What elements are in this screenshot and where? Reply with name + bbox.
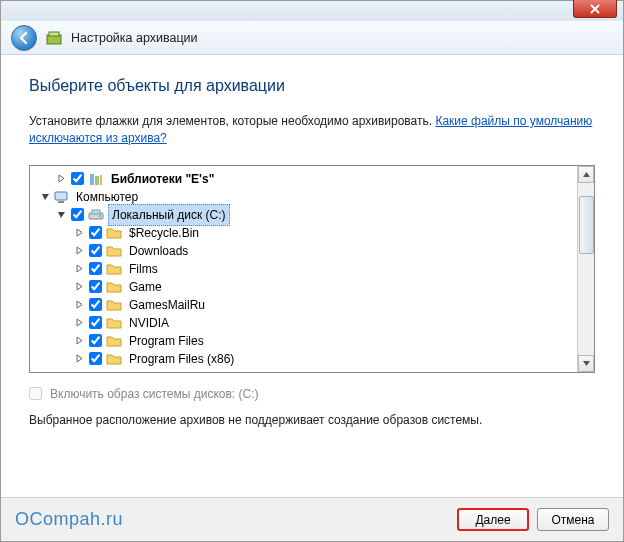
expand-icon[interactable] bbox=[56, 173, 67, 184]
svg-rect-1 bbox=[49, 32, 59, 36]
intro-plain: Установите флажки для элементов, которые… bbox=[29, 114, 435, 128]
intro-text: Установите флажки для элементов, которые… bbox=[29, 113, 595, 147]
expand-icon[interactable] bbox=[74, 299, 85, 310]
folder-icon bbox=[106, 315, 122, 331]
tree-label: GamesMailRu bbox=[126, 295, 208, 315]
tree-node-folder[interactable]: GamesMailRu bbox=[36, 296, 577, 314]
tree-label: $Recycle.Bin bbox=[126, 223, 202, 243]
checkbox[interactable] bbox=[89, 262, 102, 275]
library-icon bbox=[88, 171, 104, 187]
cancel-button[interactable]: Отмена bbox=[537, 508, 609, 531]
close-icon bbox=[590, 4, 600, 14]
folder-icon bbox=[106, 297, 122, 313]
svg-rect-5 bbox=[55, 192, 67, 200]
tree-label: Program Files (x86) bbox=[126, 349, 237, 369]
tree-label: Game bbox=[126, 277, 165, 297]
svg-rect-2 bbox=[90, 174, 94, 185]
tree-label: Program Files bbox=[126, 331, 207, 351]
expand-icon[interactable] bbox=[74, 335, 85, 346]
folder-icon bbox=[106, 351, 122, 367]
checkbox[interactable] bbox=[71, 208, 84, 221]
scroll-thumb[interactable] bbox=[579, 196, 594, 254]
drive-icon bbox=[88, 207, 104, 223]
tree-node-folder[interactable]: Program Files (x86) bbox=[36, 350, 577, 368]
checkbox[interactable] bbox=[89, 298, 102, 311]
tree-label: Films bbox=[126, 259, 161, 279]
collapse-icon[interactable] bbox=[56, 209, 67, 220]
checkbox[interactable] bbox=[71, 172, 84, 185]
checkbox[interactable] bbox=[89, 334, 102, 347]
arrow-left-icon bbox=[17, 31, 31, 45]
expand-icon[interactable] bbox=[74, 353, 85, 364]
watermark: OCompah.ru bbox=[15, 509, 123, 530]
tree-view[interactable]: Библиотеки "E's" Компьютер Локальный дис… bbox=[29, 165, 595, 373]
system-image-option: Включить образ системы дисков: (C:) bbox=[29, 387, 595, 401]
tree-node-folder[interactable]: NVIDIA bbox=[36, 314, 577, 332]
computer-icon bbox=[53, 189, 69, 205]
tree-node-local-disk[interactable]: Локальный диск (C:) bbox=[36, 206, 577, 224]
chevron-up-icon bbox=[583, 172, 590, 177]
system-image-note: Выбранное расположение архивов не поддер… bbox=[29, 413, 595, 427]
system-image-checkbox bbox=[29, 387, 42, 400]
tree-node-libraries[interactable]: Библиотеки "E's" bbox=[36, 170, 577, 188]
navbar: Настройка архивации bbox=[1, 21, 623, 55]
expand-icon[interactable] bbox=[74, 227, 85, 238]
footer: OCompah.ru Далее Отмена bbox=[1, 497, 623, 541]
folder-icon bbox=[106, 279, 122, 295]
tree-node-folder[interactable]: Films bbox=[36, 260, 577, 278]
tree-node-folder[interactable]: Program Files bbox=[36, 332, 577, 350]
svg-point-8 bbox=[99, 215, 101, 217]
svg-rect-4 bbox=[100, 175, 102, 185]
chevron-down-icon bbox=[583, 361, 590, 366]
next-button[interactable]: Далее bbox=[457, 508, 529, 531]
close-button[interactable] bbox=[573, 0, 617, 18]
expand-icon[interactable] bbox=[74, 281, 85, 292]
navbar-title: Настройка архивации bbox=[71, 31, 198, 45]
tree-node-folder[interactable]: Downloads bbox=[36, 242, 577, 260]
svg-rect-6 bbox=[58, 201, 64, 203]
tree-label: Downloads bbox=[126, 241, 191, 261]
checkbox[interactable] bbox=[89, 316, 102, 329]
folder-icon bbox=[106, 225, 122, 241]
system-image-label: Включить образ системы дисков: (C:) bbox=[50, 387, 259, 401]
tree-node-folder[interactable]: Game bbox=[36, 278, 577, 296]
expand-icon[interactable] bbox=[74, 263, 85, 274]
tree-label: Библиотеки "E's" bbox=[108, 169, 217, 189]
svg-rect-9 bbox=[92, 210, 100, 214]
checkbox[interactable] bbox=[89, 226, 102, 239]
scroll-down-button[interactable] bbox=[578, 355, 594, 372]
scrollbar[interactable] bbox=[577, 166, 594, 372]
folder-icon bbox=[106, 261, 122, 277]
svg-rect-3 bbox=[95, 176, 99, 185]
page-heading: Выберите объекты для архивации bbox=[29, 77, 595, 95]
back-button[interactable] bbox=[11, 25, 37, 51]
folder-icon bbox=[106, 243, 122, 259]
expand-icon[interactable] bbox=[74, 317, 85, 328]
tree-node-folder[interactable]: $Recycle.Bin bbox=[36, 224, 577, 242]
tree-label: NVIDIA bbox=[126, 313, 172, 333]
folder-icon bbox=[106, 333, 122, 349]
checkbox[interactable] bbox=[89, 352, 102, 365]
checkbox[interactable] bbox=[89, 244, 102, 257]
checkbox[interactable] bbox=[89, 280, 102, 293]
scroll-up-button[interactable] bbox=[578, 166, 594, 183]
titlebar bbox=[1, 1, 623, 21]
expand-icon[interactable] bbox=[74, 245, 85, 256]
archive-icon bbox=[45, 29, 63, 47]
collapse-icon[interactable] bbox=[40, 191, 51, 202]
